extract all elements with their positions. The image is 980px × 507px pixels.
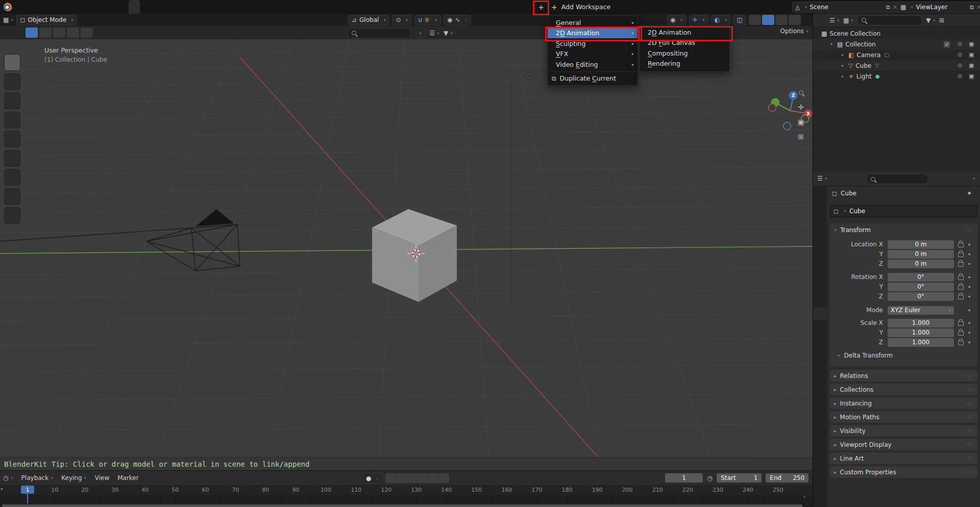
properties-panel-header[interactable]: ▸ Motion Paths ∷∷ (830, 411, 977, 423)
outliner-row[interactable]: ▦ Scene Collection (813, 28, 980, 39)
editor-type-button[interactable]: ▦∨ (3, 17, 13, 23)
properties-tab[interactable] (813, 411, 827, 423)
hide-viewport-eye-icon[interactable]: ⊙ (958, 62, 962, 69)
properties-panel-header[interactable]: ▸ Line Art ∷∷ (830, 452, 977, 464)
value-field[interactable]: 1.000 (888, 328, 954, 337)
timeline-menu-item[interactable]: Marker (113, 474, 142, 481)
playback-button[interactable] (407, 473, 418, 483)
value-field[interactable]: 1.000 (888, 319, 954, 327)
outliner-row[interactable]: ▸ ☀ Light ● ⊙ ▣ (813, 71, 980, 82)
playback-button[interactable] (428, 473, 439, 483)
lock-icon[interactable] (958, 275, 964, 280)
animate-dot[interactable]: • (968, 294, 971, 299)
unlink-scene-icon[interactable]: ✕ (893, 4, 897, 11)
value-field[interactable]: 0° (888, 283, 954, 291)
outliner-item-label[interactable]: Scene Collection (829, 30, 880, 37)
timeline-editor-type-button[interactable]: ◷∨ (3, 475, 13, 481)
timeline-menu-item[interactable]: Keying∨ (57, 474, 90, 481)
animate-dot[interactable]: • (968, 242, 971, 247)
workspace-submenu-item[interactable]: 2D Full Canvas (640, 38, 729, 48)
filter-funnel-dropdown[interactable]: ▼∨ (444, 30, 453, 36)
lock-icon[interactable] (958, 331, 964, 336)
options-dropdown[interactable]: Options∨ (780, 28, 808, 35)
current-frame-badge[interactable]: 1 (21, 486, 34, 494)
select-mode-button[interactable] (53, 28, 65, 38)
workspace-menu-item[interactable]: Sculpting ▸ (548, 38, 638, 49)
hide-viewport-eye-icon[interactable]: ⊙ (958, 73, 962, 80)
tool-button[interactable] (4, 169, 20, 186)
value-field[interactable]: 0 m (888, 250, 954, 259)
properties-panel-header[interactable]: ▸ Custom Properties ∷∷ (830, 466, 977, 478)
properties-tab[interactable] (813, 378, 827, 391)
pivot-point-dropdown[interactable]: ⊙∨ (392, 15, 411, 26)
object-name-field[interactable]: ◻∨ Cube (830, 205, 977, 217)
add-workspace-tab-button[interactable]: + (535, 2, 547, 12)
outliner-search-input[interactable] (857, 15, 922, 26)
properties-tab[interactable] (813, 256, 827, 268)
scrollbar-thumb[interactable] (2, 504, 802, 507)
disable-render-camera-icon[interactable]: ▣ (969, 52, 974, 58)
value-field[interactable]: 0° (888, 273, 954, 282)
transform-orientation-dropdown[interactable]: ⊿ Global∨ (348, 15, 389, 26)
workspace-submenu-item[interactable]: Compositing (640, 48, 729, 59)
value-field[interactable]: 0° (888, 292, 954, 301)
animate-dot[interactable]: • (968, 251, 971, 257)
tool-button[interactable] (4, 112, 20, 129)
ruler-left-chevron[interactable]: ▸ (1, 486, 4, 491)
animate-dot[interactable]: • (968, 340, 971, 345)
select-mode-button[interactable] (39, 28, 52, 38)
tool-button[interactable] (4, 150, 20, 167)
workspace-menu-item[interactable]: Video Editing ▸ (548, 59, 638, 70)
animate-dot[interactable]: • (968, 261, 971, 267)
lock-icon[interactable] (958, 262, 964, 267)
lock-icon[interactable] (958, 321, 964, 326)
collapse-arrow-icon[interactable]: ∨ (834, 228, 837, 232)
disable-render-camera-icon[interactable]: ▣ (969, 73, 974, 80)
animate-dot[interactable]: • (968, 330, 971, 336)
shading-mode-button[interactable] (789, 15, 801, 25)
value-field[interactable]: 0 m (888, 260, 954, 268)
timeline-menu-item[interactable]: Playback∨ (17, 474, 58, 481)
properties-panel-header[interactable]: ▸ Collections ∷∷ (830, 384, 977, 395)
overlays-dropdown[interactable]: ◐∨ (711, 15, 731, 26)
properties-search-input[interactable] (866, 174, 928, 184)
lock-icon[interactable] (958, 341, 964, 345)
workspace-tab[interactable] (151, 0, 162, 14)
properties-tab[interactable] (813, 268, 827, 280)
lock-icon[interactable] (958, 252, 964, 257)
camera-view-icon[interactable]: ▣ (794, 118, 807, 126)
lock-icon[interactable] (958, 285, 964, 290)
tool-button[interactable] (4, 54, 20, 71)
properties-panel-header[interactable]: ▸ Relations ∷∷ (830, 370, 977, 382)
workspace-tab[interactable] (140, 0, 151, 14)
new-collection-icon[interactable]: ⊞ (939, 17, 944, 23)
select-mode-button[interactable] (81, 28, 93, 38)
tool-button[interactable] (4, 73, 20, 90)
workspace-menu-item[interactable]: VFX ▸ (548, 49, 638, 60)
workspace-tab[interactable] (196, 0, 207, 14)
timeline-ruler[interactable]: 1020304050607080901001101201301401501601… (0, 485, 813, 504)
workspace-menu-item[interactable]: General ▸ (548, 17, 638, 28)
new-view-layer-icon[interactable]: ⧉ (970, 4, 974, 11)
use-preview-range-clock-icon[interactable]: ◷ (707, 475, 713, 481)
properties-tab[interactable] (813, 289, 827, 301)
perspective-toggle-icon[interactable]: ⊞ (794, 133, 807, 141)
disable-render-camera-icon[interactable]: ▣ (969, 41, 974, 47)
hide-viewport-eye-icon[interactable]: ⊙ (958, 41, 962, 47)
properties-tab[interactable] (813, 241, 827, 253)
properties-tab[interactable] (813, 365, 827, 377)
workspace-tab[interactable] (174, 0, 185, 14)
gizmos-dropdown[interactable]: ✛∨ (689, 15, 708, 26)
tool-button[interactable] (4, 207, 20, 224)
properties-panel-header[interactable]: ▸ Viewport Display ∷∷ (830, 439, 977, 450)
auto-keying-button[interactable]: ●∨ (362, 473, 382, 484)
playback-button[interactable] (439, 473, 449, 483)
workspace-tab[interactable] (207, 0, 218, 14)
select-mode-button[interactable] (67, 28, 79, 38)
xray-toggle[interactable]: ◫ (733, 15, 746, 26)
workspace-tab[interactable] (230, 0, 241, 14)
workspace-submenu-item[interactable]: Rendering (640, 59, 729, 69)
snap-group[interactable]: ∪⊪∨ (414, 15, 441, 26)
expand-arrow-icon[interactable]: ▾ (830, 42, 835, 46)
scene-selector[interactable]: ◬∨ Scene ⧉ ✕ (792, 2, 900, 13)
